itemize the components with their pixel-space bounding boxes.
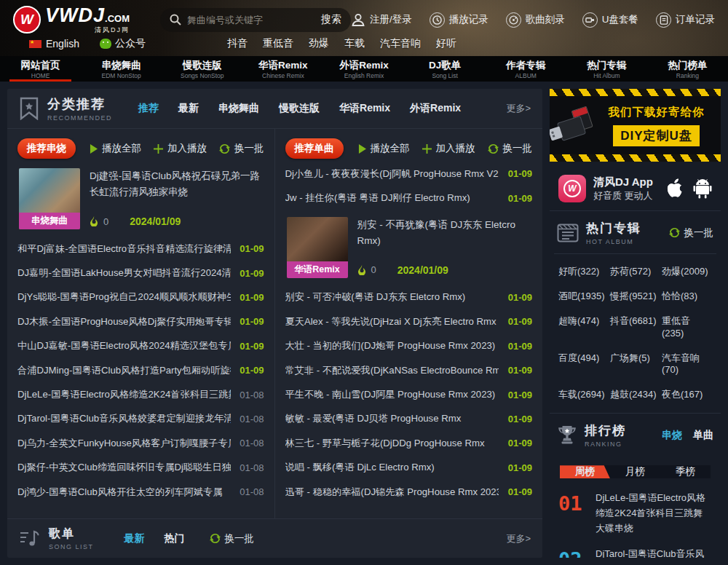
search-icon [170, 14, 181, 25]
song-row[interactable]: DjTarol-国粤语Club音乐风格姣婆君定制迎接龙年清 01-08 [17, 407, 264, 431]
nonstop-play-all-button[interactable]: 播放全部 [90, 142, 141, 155]
ranking-toggle-option[interactable]: 单曲 [693, 429, 713, 442]
wechat-link[interactable]: 公众号 [100, 37, 146, 50]
nav-item-chinese-remix[interactable]: 华语Remix Chinese Remix [242, 56, 323, 82]
ranking-item[interactable]: 01 DjLeLe-国粤语Electro风格缔造2K24首张科目三跳舞大碟串烧 [557, 486, 713, 541]
nonstop-featured-card[interactable]: 串烧舞曲 Dj建强-国粤语Club风格祝石碌兄弟一路长虹流行清风独家串烧 0 2… [19, 168, 263, 229]
recommend-tab[interactable]: 华语Remix [339, 102, 390, 115]
album-tag-link[interactable]: 苏荷(572) [610, 266, 660, 278]
song-row[interactable]: 别安 - 可否冲破(粤语 DJ东东 Eletcro Rmx) 01-09 [285, 285, 533, 309]
album-tag-link[interactable]: 百度(494) [558, 352, 609, 377]
singles-refresh-button[interactable]: 换一批 [488, 142, 533, 155]
language-switch[interactable]: English [29, 38, 79, 50]
nonstop-add-play-button[interactable]: 加入播放 [154, 142, 207, 155]
recommend-tab[interactable]: 慢歌连版 [279, 102, 320, 115]
song-row[interactable]: 迅哥 - 稳稳的幸福(DJ锦先森 ProgHouse Rmx 2023) 01-… [285, 480, 533, 504]
album-tag-link[interactable]: 越鼓(2434) [610, 389, 660, 401]
song-row[interactable]: DJ嘉明-全国语LakHouse男女对唱抖音流行2024清吧 01-09 [17, 261, 264, 285]
songlist-tab[interactable]: 最新 [124, 532, 145, 545]
singles-badge[interactable]: 推荐单曲 [285, 138, 344, 159]
ranking-period-tab[interactable]: 月榜 [610, 465, 660, 478]
song-row[interactable]: Dj小鱼儿 - 夜夜夜漫长(Dj阿帆 ProgHouse Rmx V2 01-0… [285, 162, 533, 186]
hot-keyword-link[interactable]: 车载 [344, 37, 365, 50]
nav-item-hit-album[interactable]: 热门专辑 Hit Album [566, 56, 647, 82]
ranking-period-tab[interactable]: 季榜 [660, 465, 711, 478]
nav-item-home[interactable]: 网站首页 HOME [0, 56, 81, 82]
songlist-refresh-button[interactable]: 换一批 [210, 532, 255, 545]
hot-keyword-link[interactable]: 重低音 [263, 37, 293, 50]
album-tag-link[interactable]: 车载(2694) [558, 389, 609, 401]
song-burn-link[interactable]: 歌曲刻录 [506, 12, 565, 28]
album-tag-link[interactable]: 慢摇(9521) [610, 291, 660, 303]
singles-play-all-button[interactable]: 播放全部 [358, 142, 410, 155]
song-row[interactable]: 常艾非 - 不配说爱我(DjKaNSas ElectroBounce Rmx 0… [285, 358, 533, 382]
register-login-link[interactable]: 注册/登录 [351, 12, 412, 27]
ranking-subtitle: RANKING [585, 440, 626, 448]
song-row[interactable]: 林三七 - 野草与栀子花(DjDDg ProgHouse Rmx 01-09 [285, 431, 533, 455]
song-row[interactable]: DjYs聪聪-国粤语Prog祝自己2024顺风顺水顺财神生 01-09 [17, 285, 264, 309]
album-tag-link[interactable]: 恰恰(83) [662, 291, 712, 303]
song-row[interactable]: 敏敏 - 最爱(粤语 DJ贝塔 ProgHouse Rmx 01-09 [285, 407, 533, 431]
android-icon[interactable] [693, 178, 712, 199]
hot-keyword-link[interactable]: 抖音 [227, 37, 248, 50]
bookmark-star-icon [19, 97, 39, 120]
hot-album-refresh-button[interactable]: 换一批 [669, 226, 714, 240]
song-row[interactable]: 和平Dj富妹-全国语Electro音乐抖音精选流行旋律清风 01-09 [17, 237, 264, 261]
song-row[interactable]: Dj聚仔-中英文Club缔造回味怀旧专属Dj聪聪生日独家 01-08 [17, 456, 264, 480]
song-row[interactable]: Dj鸿少-国粤语Club风格开往太空的列车阿斌专属 01-08 [17, 480, 264, 504]
app-icon[interactable]: W [558, 175, 586, 202]
search-input[interactable] [187, 15, 321, 25]
singles-add-play-button[interactable]: 加入播放 [422, 142, 475, 155]
recommend-tab[interactable]: 最新 [178, 102, 199, 115]
recommend-tab[interactable]: 外语Remix [410, 102, 461, 115]
song-row[interactable]: 说唱 - 飘移(粤语 DjLc Electro Rmx) 01-09 [285, 456, 533, 480]
nav-item-song-list[interactable]: DJ歌单 Song List [405, 56, 486, 82]
nav-item-songs-nonstop[interactable]: 慢歌连版 Songs NonStop [162, 56, 242, 82]
album-tag-link[interactable]: 劲爆(2009) [662, 266, 712, 278]
album-tag-link[interactable]: 夜色(167) [662, 389, 712, 401]
nonstop-badge[interactable]: 推荐串烧 [17, 138, 76, 159]
song-row[interactable]: 合浦DJMing-国粤语Club风格打造Party包厢动听旋律 01-09 [17, 358, 264, 382]
usb-package-link[interactable]: U盘套餐 [582, 12, 638, 28]
songlist-tab[interactable]: 热门 [165, 532, 185, 545]
album-tag-link[interactable]: 好听(322) [558, 266, 609, 278]
recommend-tab[interactable]: 串烧舞曲 [218, 102, 259, 115]
album-tag-link[interactable]: 超嗨(474) [558, 315, 609, 340]
hot-keyword-link[interactable]: 汽车音响 [380, 37, 421, 50]
hot-keyword-link[interactable]: 好听 [436, 37, 456, 50]
ranking-toggle-option[interactable]: 串烧 [662, 429, 682, 442]
ranking-item[interactable]: 02 DjTarol-国粤语Club音乐风格姣婆君定制迎接龙年清风独家串烧 [557, 542, 713, 558]
order-history-link[interactable]: 订单记录 [656, 12, 715, 28]
usb-ad-banner[interactable]: 我们下载好寄给你 DIY定制U盘 [550, 89, 721, 162]
song-row[interactable]: 平生不晚 - 南山雪(DJ阿星 ProgHouse Rmx 2023) 01-0… [285, 382, 533, 406]
recommend-more-link[interactable]: 更多> [506, 102, 531, 115]
hot-keyword-link[interactable]: 劲爆 [309, 37, 329, 50]
song-row[interactable]: Dj乌力-全英文FunkyHouse风格客户订制嘎腰子专属 01-08 [17, 431, 264, 455]
search-bar[interactable]: 搜索 [160, 8, 351, 32]
song-row[interactable]: 中山DJ嘉敏-国粤语Electro风格2024精选汉堡包专属 01-09 [17, 334, 264, 358]
nonstop-refresh-button[interactable]: 换一批 [219, 142, 264, 155]
nav-item-album[interactable]: 作者专辑 ALBUM [486, 56, 566, 82]
search-button[interactable]: 搜索 [321, 13, 341, 26]
apple-icon[interactable] [665, 178, 684, 199]
album-tag-link[interactable]: 广场舞(5) [610, 352, 660, 377]
album-tag-link[interactable]: 重低音(235) [662, 315, 712, 340]
song-row[interactable]: DjLeLe-国粤语Electro风格缔造2K24首张科目三跳舞 01-08 [17, 382, 264, 406]
song-row[interactable]: 大壮 - 当初的我们(DJ炮哥 ProgHouse Rmx 2023) 01-0… [285, 334, 533, 358]
song-row[interactable]: Jw - 挂住你(粤语 粤语 DJ刚仔 Electro Rmx) 01-09 [285, 186, 533, 210]
recommend-tab[interactable]: 推荐 [138, 102, 159, 115]
nav-item-edm-nonstop[interactable]: 串烧舞曲 EDM NonStop [81, 56, 162, 82]
nav-item-ranking[interactable]: 热门榜单 Ranking [647, 56, 728, 82]
nav-item-english-remix[interactable]: 外语Remix English Remix [323, 56, 404, 82]
site-logo[interactable]: W VWDJ.COM 清风DJ网 [13, 6, 130, 33]
album-tag-link[interactable]: 酒吧(1935) [558, 291, 609, 303]
china-flag-icon [29, 40, 41, 48]
songlist-more-link[interactable]: 更多> [506, 532, 531, 545]
singles-featured-card[interactable]: 华语Remix 别安 - 不再犹豫(粤语 DJ东东 Eletcro Rmx) 0… [287, 217, 531, 278]
album-tag-link[interactable]: 抖音(6681) [610, 315, 660, 340]
ranking-period-tab[interactable]: 周榜 [560, 465, 610, 478]
album-tag-link[interactable]: 汽车音响(70) [662, 352, 712, 377]
play-history-link[interactable]: 播放记录 [430, 12, 488, 28]
song-row[interactable]: 夏天Alex - 等我先说(DjHzai X Dj东亮 Electro Rmx … [285, 309, 533, 333]
song-row[interactable]: DJ木振-全国语ProgHouse风格Dj聚仔实用炮哥专辑 01-09 [17, 309, 264, 333]
